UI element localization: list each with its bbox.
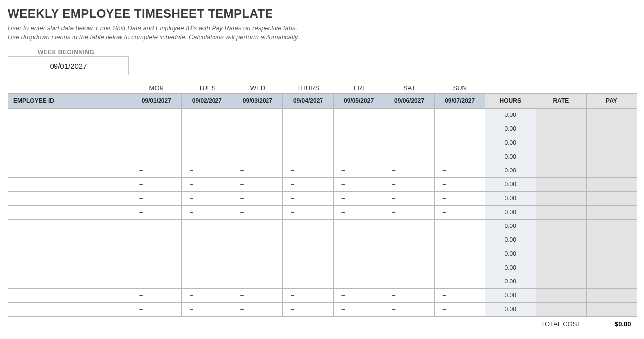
employee-id-cell[interactable] bbox=[8, 122, 131, 136]
shift-cell[interactable]: – bbox=[283, 205, 333, 219]
shift-cell[interactable]: – bbox=[434, 205, 485, 219]
employee-id-cell[interactable] bbox=[8, 233, 131, 247]
shift-cell[interactable]: – bbox=[384, 219, 434, 233]
shift-cell[interactable]: – bbox=[434, 275, 485, 288]
shift-cell[interactable]: – bbox=[333, 136, 384, 150]
shift-cell[interactable]: – bbox=[384, 122, 434, 136]
shift-cell[interactable]: – bbox=[384, 261, 434, 275]
shift-cell[interactable]: – bbox=[232, 108, 283, 122]
employee-id-cell[interactable] bbox=[8, 247, 131, 261]
shift-cell[interactable]: – bbox=[182, 205, 232, 219]
shift-cell[interactable]: – bbox=[283, 288, 333, 302]
shift-cell[interactable]: – bbox=[384, 108, 434, 122]
employee-id-cell[interactable] bbox=[8, 191, 131, 205]
shift-cell[interactable]: – bbox=[131, 261, 182, 275]
shift-cell[interactable]: – bbox=[333, 150, 384, 164]
shift-cell[interactable]: – bbox=[182, 177, 232, 191]
shift-cell[interactable]: – bbox=[333, 261, 384, 275]
shift-cell[interactable]: – bbox=[333, 275, 384, 288]
shift-cell[interactable]: – bbox=[384, 205, 434, 219]
shift-cell[interactable]: – bbox=[283, 302, 333, 316]
shift-cell[interactable]: – bbox=[283, 191, 333, 205]
shift-cell[interactable]: – bbox=[232, 247, 283, 261]
shift-cell[interactable]: – bbox=[384, 288, 434, 302]
shift-cell[interactable]: – bbox=[182, 108, 232, 122]
shift-cell[interactable]: – bbox=[283, 136, 333, 150]
shift-cell[interactable]: – bbox=[131, 275, 182, 288]
shift-cell[interactable]: – bbox=[232, 122, 283, 136]
shift-cell[interactable]: – bbox=[384, 233, 434, 247]
shift-cell[interactable]: – bbox=[232, 219, 283, 233]
shift-cell[interactable]: – bbox=[283, 247, 333, 261]
shift-cell[interactable]: – bbox=[131, 288, 182, 302]
shift-cell[interactable]: – bbox=[333, 108, 384, 122]
shift-cell[interactable]: – bbox=[131, 247, 182, 261]
shift-cell[interactable]: – bbox=[434, 247, 485, 261]
shift-cell[interactable]: – bbox=[333, 247, 384, 261]
shift-cell[interactable]: – bbox=[182, 275, 232, 288]
shift-cell[interactable]: – bbox=[283, 108, 333, 122]
shift-cell[interactable]: – bbox=[182, 191, 232, 205]
shift-cell[interactable]: – bbox=[434, 288, 485, 302]
shift-cell[interactable]: – bbox=[384, 136, 434, 150]
shift-cell[interactable]: – bbox=[283, 164, 333, 177]
shift-cell[interactable]: – bbox=[434, 177, 485, 191]
shift-cell[interactable]: – bbox=[131, 136, 182, 150]
shift-cell[interactable]: – bbox=[131, 191, 182, 205]
shift-cell[interactable]: – bbox=[131, 177, 182, 191]
shift-cell[interactable]: – bbox=[232, 164, 283, 177]
employee-id-cell[interactable] bbox=[8, 164, 131, 177]
shift-cell[interactable]: – bbox=[434, 219, 485, 233]
shift-cell[interactable]: – bbox=[333, 288, 384, 302]
shift-cell[interactable]: – bbox=[333, 191, 384, 205]
shift-cell[interactable]: – bbox=[232, 261, 283, 275]
shift-cell[interactable]: – bbox=[182, 136, 232, 150]
shift-cell[interactable]: – bbox=[182, 302, 232, 316]
shift-cell[interactable]: – bbox=[131, 164, 182, 177]
shift-cell[interactable]: – bbox=[131, 150, 182, 164]
employee-id-cell[interactable] bbox=[8, 150, 131, 164]
shift-cell[interactable]: – bbox=[384, 150, 434, 164]
shift-cell[interactable]: – bbox=[131, 122, 182, 136]
shift-cell[interactable]: – bbox=[182, 150, 232, 164]
shift-cell[interactable]: – bbox=[182, 219, 232, 233]
shift-cell[interactable]: – bbox=[384, 177, 434, 191]
shift-cell[interactable]: – bbox=[333, 122, 384, 136]
employee-id-cell[interactable] bbox=[8, 205, 131, 219]
shift-cell[interactable]: – bbox=[434, 122, 485, 136]
shift-cell[interactable]: – bbox=[232, 275, 283, 288]
shift-cell[interactable]: – bbox=[182, 288, 232, 302]
employee-id-cell[interactable] bbox=[8, 261, 131, 275]
shift-cell[interactable]: – bbox=[182, 122, 232, 136]
employee-id-cell[interactable] bbox=[8, 302, 131, 316]
shift-cell[interactable]: – bbox=[384, 247, 434, 261]
shift-cell[interactable]: – bbox=[232, 191, 283, 205]
shift-cell[interactable]: – bbox=[384, 191, 434, 205]
shift-cell[interactable]: – bbox=[283, 275, 333, 288]
shift-cell[interactable]: – bbox=[434, 302, 485, 316]
shift-cell[interactable]: – bbox=[384, 275, 434, 288]
shift-cell[interactable]: – bbox=[283, 233, 333, 247]
shift-cell[interactable]: – bbox=[232, 288, 283, 302]
shift-cell[interactable]: – bbox=[131, 233, 182, 247]
shift-cell[interactable]: – bbox=[333, 233, 384, 247]
shift-cell[interactable]: – bbox=[283, 261, 333, 275]
shift-cell[interactable]: – bbox=[131, 302, 182, 316]
employee-id-cell[interactable] bbox=[8, 288, 131, 302]
shift-cell[interactable]: – bbox=[333, 177, 384, 191]
shift-cell[interactable]: – bbox=[182, 247, 232, 261]
employee-id-cell[interactable] bbox=[8, 108, 131, 122]
shift-cell[interactable]: – bbox=[333, 205, 384, 219]
shift-cell[interactable]: – bbox=[333, 219, 384, 233]
shift-cell[interactable]: – bbox=[384, 164, 434, 177]
shift-cell[interactable]: – bbox=[434, 164, 485, 177]
shift-cell[interactable]: – bbox=[283, 177, 333, 191]
shift-cell[interactable]: – bbox=[232, 177, 283, 191]
employee-id-cell[interactable] bbox=[8, 136, 131, 150]
shift-cell[interactable]: – bbox=[232, 233, 283, 247]
shift-cell[interactable]: – bbox=[434, 191, 485, 205]
employee-id-cell[interactable] bbox=[8, 219, 131, 233]
shift-cell[interactable]: – bbox=[283, 122, 333, 136]
shift-cell[interactable]: – bbox=[232, 136, 283, 150]
shift-cell[interactable]: – bbox=[131, 205, 182, 219]
